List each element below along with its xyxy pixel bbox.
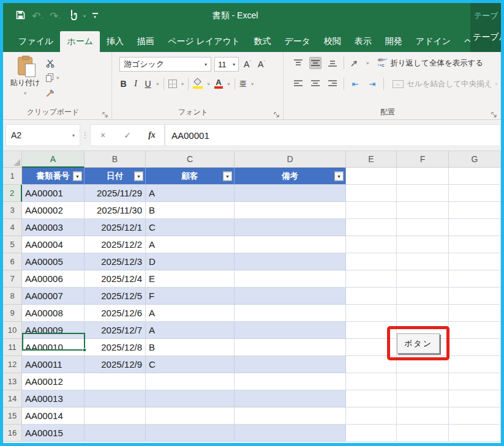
select-all-corner[interactable] — [3, 151, 22, 168]
cell-A14[interactable]: AA00013 — [22, 390, 85, 407]
cell-G15[interactable] — [449, 407, 501, 425]
cell-F2[interactable] — [397, 185, 449, 202]
filter-button-D[interactable]: ▼ — [334, 171, 344, 180]
column-header-E[interactable]: E — [346, 151, 397, 168]
enter-button[interactable]: ✓ — [115, 130, 140, 140]
row-header-4[interactable]: 4 — [3, 219, 22, 236]
cell-A12[interactable]: AA00011 — [22, 356, 85, 373]
cell-C11[interactable]: B — [146, 339, 235, 356]
cell-D5[interactable] — [235, 236, 346, 253]
cell-G6[interactable] — [449, 253, 501, 270]
cell-D10[interactable] — [235, 322, 346, 339]
clipboard-dialog-launcher-icon[interactable] — [102, 110, 109, 117]
cell-G13[interactable] — [449, 373, 501, 390]
orientation-dropdown-icon[interactable]: ˅ — [366, 61, 369, 66]
cell-D15[interactable] — [235, 407, 346, 425]
underline-dropdown-icon[interactable]: ˅ — [156, 81, 159, 87]
cell-C6[interactable]: D — [146, 253, 235, 270]
cell-B6[interactable]: 2025/12/3 — [85, 253, 146, 270]
redo-icon[interactable]: ↷˅ — [50, 11, 61, 21]
insert-function-button[interactable]: fx — [140, 130, 164, 140]
filter-button-A[interactable]: ▼ — [73, 171, 82, 180]
cell-F9[interactable] — [397, 305, 449, 322]
font-color-icon[interactable]: A — [214, 79, 223, 89]
cell-D4[interactable] — [235, 219, 346, 236]
cancel-button[interactable]: × — [91, 130, 115, 140]
cell-A13[interactable]: AA00012 — [22, 373, 85, 390]
cell-F13[interactable] — [397, 373, 449, 390]
cell-C7[interactable]: E — [146, 270, 235, 288]
cell-C1[interactable]: 顧客▼ — [146, 168, 235, 185]
column-header-F[interactable]: F — [397, 151, 449, 168]
tab-r8[interactable]: 表示 — [348, 31, 378, 52]
row-header-13[interactable]: 13 — [3, 373, 22, 390]
cell-G11[interactable] — [449, 339, 501, 356]
row-header-11[interactable]: 11 — [3, 339, 22, 356]
cell-D12[interactable] — [235, 356, 346, 373]
cell-F8[interactable] — [397, 288, 449, 305]
fill-color-icon[interactable] — [193, 79, 203, 89]
cell-G3[interactable] — [449, 202, 501, 219]
cell-B3[interactable]: 2025/11/30 — [85, 202, 146, 219]
tab-r9[interactable]: 開発 — [378, 31, 409, 52]
filter-button-C[interactable]: ▼ — [223, 171, 232, 180]
row-header-6[interactable]: 6 — [3, 253, 22, 270]
cell-B11[interactable]: 2025/12/8 — [85, 339, 146, 356]
borders-icon[interactable] — [168, 80, 177, 88]
align-left-icon[interactable] — [292, 78, 304, 90]
cell-D8[interactable] — [235, 288, 346, 305]
cell-A15[interactable]: AA00014 — [22, 407, 85, 425]
align-center-icon[interactable] — [309, 78, 322, 90]
row-header-1[interactable]: 1 — [3, 168, 22, 185]
cell-C9[interactable]: A — [146, 305, 235, 322]
cell-E11[interactable] — [346, 339, 397, 356]
cell-A11[interactable]: AA00010 — [22, 339, 85, 356]
cell-D14[interactable] — [235, 390, 346, 407]
paste-button[interactable]: 貼り付け˅ — [9, 57, 41, 97]
cell-A7[interactable]: AA00006 — [22, 270, 85, 288]
tab-r2[interactable]: 挿入 — [100, 31, 130, 52]
cell-F14[interactable] — [397, 390, 449, 407]
cell-A16[interactable]: AA00015 — [22, 425, 85, 442]
cell-E5[interactable] — [346, 236, 397, 253]
tab-file[interactable]: ファイル — [12, 31, 60, 52]
cell-G16[interactable] — [449, 425, 501, 442]
tab-r4[interactable]: ページ レイアウト — [161, 31, 247, 52]
cell-B16[interactable] — [85, 425, 146, 442]
row-header-12[interactable]: 12 — [3, 356, 22, 373]
cell-C12[interactable]: C — [146, 356, 235, 373]
alignment-dialog-launcher-icon[interactable] — [491, 110, 498, 117]
cell-B9[interactable]: 2025/12/6 — [85, 305, 146, 322]
cell-D7[interactable] — [235, 270, 346, 288]
column-header-B[interactable]: B — [85, 151, 146, 168]
cell-E7[interactable] — [346, 270, 397, 288]
formula-input[interactable]: AA00001 — [165, 124, 501, 146]
cell-C15[interactable] — [146, 407, 235, 425]
undo-icon[interactable]: ↶˅ — [32, 11, 43, 21]
cell-C13[interactable] — [146, 373, 235, 390]
cell-B10[interactable]: 2025/12/7 — [85, 322, 146, 339]
cell-B1[interactable]: 日付▼ — [85, 168, 146, 185]
cell-C4[interactable]: C — [146, 219, 235, 236]
cell-C3[interactable]: B — [146, 202, 235, 219]
tab-table-design[interactable]: テーブル — [470, 21, 501, 43]
cell-A6[interactable]: AA00005 — [22, 253, 85, 270]
row-header-15[interactable]: 15 — [3, 407, 22, 425]
cell-E13[interactable] — [346, 373, 397, 390]
cell-F5[interactable] — [397, 236, 449, 253]
cell-E16[interactable] — [346, 425, 397, 442]
cell-E6[interactable] — [346, 253, 397, 270]
cell-E15[interactable] — [346, 407, 397, 425]
cell-B4[interactable]: 2025/12/1 — [85, 219, 146, 236]
cell-G2[interactable] — [449, 185, 501, 202]
align-top-icon[interactable] — [292, 57, 304, 69]
cell-B14[interactable] — [85, 390, 146, 407]
cell-G4[interactable] — [449, 219, 501, 236]
cell-G5[interactable] — [449, 236, 501, 253]
column-header-G[interactable]: G — [449, 151, 501, 168]
cell-A8[interactable]: AA00007 — [22, 288, 85, 305]
cut-button[interactable] — [46, 58, 59, 68]
cell-C8[interactable]: F — [146, 288, 235, 305]
cell-D11[interactable] — [235, 339, 346, 356]
cell-C16[interactable] — [146, 425, 235, 442]
